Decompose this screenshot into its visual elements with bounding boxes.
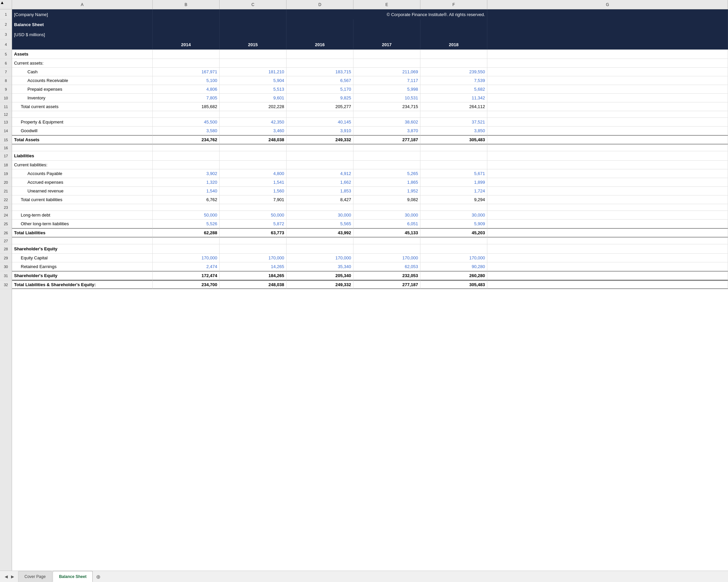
cell-r4-A[interactable] [12,39,153,50]
cell-r2-A[interactable]: Balance Sheet [12,19,153,29]
cell-r22-B[interactable]: 6,762 [153,195,219,204]
cell-r3-F[interactable] [420,29,487,39]
cell-r6-G[interactable] [487,59,728,67]
tab-cover-page[interactable]: Cover Page [18,571,52,582]
cell-r14-C[interactable]: 3,460 [219,127,287,135]
cell-r16-B[interactable] [153,144,219,151]
cell-r16-C[interactable] [219,144,287,151]
cell-r11-B[interactable]: 185,682 [153,102,219,111]
cell-r8-A[interactable]: Accounts Receivable [12,76,153,85]
cell-r10-B[interactable]: 7,805 [153,94,219,102]
cell-r5-G[interactable] [487,50,728,58]
cell-r11-F[interactable]: 264,112 [420,102,487,111]
cell-r26-G[interactable] [487,228,728,237]
cell-r19-B[interactable]: 3,902 [153,169,219,178]
cell-r14-B[interactable]: 3,580 [153,127,219,135]
cell-r23-G[interactable] [487,204,728,211]
cell-r29-C[interactable]: 170,000 [219,254,287,262]
cell-r20-C[interactable]: 1,541 [219,178,287,186]
cell-r6-E[interactable] [354,59,420,67]
cell-r3-D[interactable] [287,29,354,39]
cell-r17-A[interactable]: Liabilities [12,151,153,160]
cell-r15-A[interactable]: Total Assets [12,135,153,144]
cell-r12-B[interactable] [153,111,219,117]
cell-r10-G[interactable] [487,94,728,102]
cell-r26-F[interactable]: 45,203 [420,228,487,237]
cell-r12-F[interactable] [420,111,487,117]
cell-r25-B[interactable]: 5,526 [153,219,219,228]
cell-r27-A[interactable] [12,238,153,244]
cell-r19-C[interactable]: 4,800 [219,169,287,178]
cell-r2-B[interactable] [153,19,219,29]
cell-r16-D[interactable] [287,144,354,151]
cell-r27-C[interactable] [219,238,287,244]
cell-r31-A[interactable]: Shareholder's Equity [12,271,153,280]
cell-r20-F[interactable]: 1,899 [420,178,487,186]
cell-r32-G[interactable] [487,281,728,289]
cell-r19-G[interactable] [487,169,728,178]
cell-r17-E[interactable] [354,151,420,160]
cell-r7-A[interactable]: Cash [12,68,153,76]
cell-r21-A[interactable]: Unearned revenue [12,187,153,195]
cell-r15-F[interactable]: 305,483 [420,135,487,144]
cell-r9-E[interactable]: 5,998 [354,85,420,94]
add-sheet-button[interactable]: ⊕ [94,572,103,581]
cell-r20-E[interactable]: 1,865 [354,178,420,186]
cell-r2-C[interactable] [219,19,287,29]
cell-r25-D[interactable]: 5,565 [287,219,354,228]
cell-r24-B[interactable]: 50,000 [153,211,219,219]
cell-r22-F[interactable]: 9,294 [420,195,487,204]
tab-balance-sheet[interactable]: Balance Sheet [53,571,93,582]
cell-r14-F[interactable]: 3,850 [420,127,487,135]
cell-r5-E[interactable] [354,50,420,58]
cell-r31-E[interactable]: 232,053 [354,271,420,280]
cell-r2-F[interactable] [420,19,487,29]
cell-r23-C[interactable] [219,204,287,211]
cell-r12-G[interactable] [487,111,728,117]
cell-r22-C[interactable]: 7,901 [219,195,287,204]
col-header-d[interactable]: D [287,0,354,9]
cell-r4-D[interactable]: 2016 [287,39,354,50]
cell-r9-D[interactable]: 5,170 [287,85,354,94]
cell-r29-A[interactable]: Equity Capital [12,254,153,262]
cell-r23-F[interactable] [420,204,487,211]
cell-r31-F[interactable]: 260,280 [420,271,487,280]
cell-r30-G[interactable] [487,262,728,271]
cell-r27-E[interactable] [354,238,420,244]
cell-r6-B[interactable] [153,59,219,67]
cell-r17-D[interactable] [287,151,354,160]
cell-r18-E[interactable] [354,161,420,169]
cell-r8-E[interactable]: 7,117 [354,76,420,85]
cell-r14-A[interactable]: Goodwill [12,127,153,135]
cell-r19-F[interactable]: 5,671 [420,169,487,178]
cell-r8-F[interactable]: 7,539 [420,76,487,85]
cell-r17-C[interactable] [219,151,287,160]
cell-r14-G[interactable] [487,127,728,135]
cell-r30-A[interactable]: Retained Earnings [12,262,153,271]
cell-r10-A[interactable]: Inventory [12,94,153,102]
col-header-a[interactable]: A [12,0,153,9]
cell-r22-A[interactable]: Total current liabilities [12,195,153,204]
cell-r12-D[interactable] [287,111,354,117]
cell-r30-C[interactable]: 14,265 [219,262,287,271]
cell-r11-C[interactable]: 202,228 [219,102,287,111]
cell-r6-D[interactable] [287,59,354,67]
cell-r12-C[interactable] [219,111,287,117]
cell-r32-A[interactable]: Total Liabilities & Shareholder's Equity… [12,281,153,289]
cell-r32-D[interactable]: 249,332 [287,281,354,289]
cell-r18-D[interactable] [287,161,354,169]
cell-r10-E[interactable]: 10,531 [354,94,420,102]
cell-r1-A[interactable]: [Company Name] [12,9,153,19]
cell-r31-G[interactable] [487,271,728,280]
cell-r17-G[interactable] [487,151,728,160]
cell-r4-C[interactable]: 2015 [219,39,287,50]
cell-r18-C[interactable] [219,161,287,169]
cell-r3-E[interactable] [354,29,420,39]
cell-r27-D[interactable] [287,238,354,244]
cell-r32-B[interactable]: 234,700 [153,281,219,289]
cell-r32-C[interactable]: 248,038 [219,281,287,289]
cell-r17-F[interactable] [420,151,487,160]
cell-r24-C[interactable]: 50,000 [219,211,287,219]
cell-r3-C[interactable] [219,29,287,39]
cell-r5-F[interactable] [420,50,487,58]
